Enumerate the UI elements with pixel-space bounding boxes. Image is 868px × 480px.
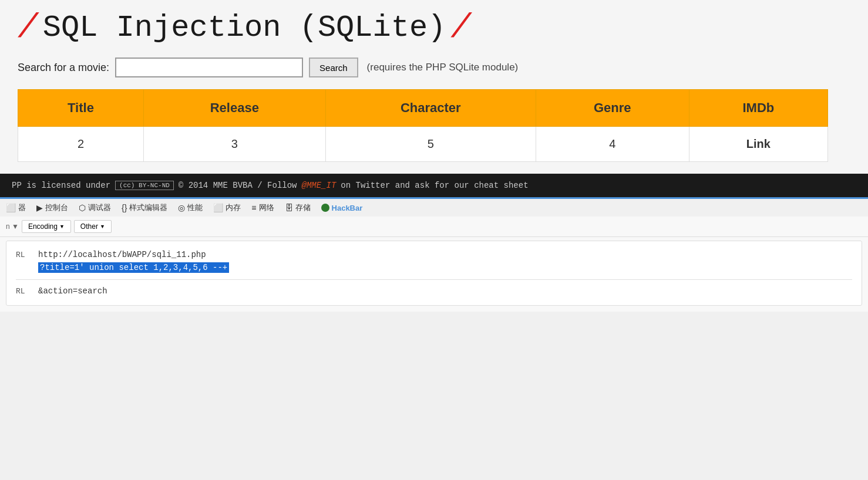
footer-text-after: © 2014 MME BVBA / Follow	[179, 181, 297, 190]
inspector-label: 器	[18, 202, 26, 213]
cell-release: 3	[143, 127, 325, 162]
storage-icon: 🗄	[285, 203, 293, 212]
page-title: / SQL Injection (SQLite) /	[18, 9, 850, 47]
footer-text-before: PP is licensed under	[12, 181, 110, 190]
url-row-1: RL http://localhost/bWAPP/sqli_11.php ?t…	[16, 248, 852, 275]
devtools-item-network[interactable]: ≡ 网络	[251, 202, 274, 213]
devtools-item-style[interactable]: {} 样式编辑器	[122, 202, 167, 213]
console-label: 控制台	[45, 202, 68, 213]
devtools-item-performance[interactable]: ◎ 性能	[178, 202, 203, 213]
col-header-character: Character	[325, 90, 536, 127]
url-line1: http://localhost/bWAPP/sqli_11.php	[38, 248, 852, 261]
cc-badge: (cc) BY-NC-ND	[115, 181, 174, 190]
url-label-top: RL	[16, 248, 33, 262]
debugger-label: 调试器	[88, 202, 111, 213]
col-header-genre: Genre	[536, 90, 689, 127]
memory-icon: ⬜	[213, 203, 223, 212]
cell-character: 5	[325, 127, 536, 162]
url-line2-selected: ?title=1' union select 1,2,3,4,5,6 --+	[38, 262, 229, 273]
url-content-top[interactable]: http://localhost/bWAPP/sqli_11.php ?titl…	[38, 248, 852, 275]
hackbar-label: HackBar	[332, 204, 363, 212]
cell-genre: 4	[536, 127, 689, 162]
twitter-link[interactable]: @MME_IT	[302, 181, 337, 190]
cell-imdb[interactable]: Link	[689, 127, 827, 162]
devtools-item-inspector[interactable]: ⬜ 器	[6, 202, 26, 213]
col-header-imdb: IMDb	[689, 90, 827, 127]
debugger-icon: ⬡	[79, 203, 86, 212]
footer-bar: PP is licensed under (cc) BY-NC-ND © 201…	[0, 174, 868, 197]
search-button[interactable]: Search	[309, 58, 358, 77]
devtools-bar: ⬜ 器 ▶ 控制台 ⬡ 调试器 {} 样式编辑器 ◎ 性能 ⬜ 内存 ≡ 网络 …	[0, 197, 868, 217]
devtools-item-debugger[interactable]: ⬡ 调试器	[79, 202, 111, 213]
other-button[interactable]: Other ▼	[74, 220, 112, 233]
network-label: 网络	[259, 202, 274, 213]
encoding-caret-icon: ▼	[59, 224, 65, 229]
url-divider	[16, 279, 852, 280]
url-label-bottom: RL	[16, 285, 33, 298]
devtools-item-console[interactable]: ▶ 控制台	[36, 202, 68, 213]
hackbar-toolbar: n ▼ Encoding ▼ Other ▼	[0, 217, 868, 237]
memory-label: 内存	[226, 202, 241, 213]
network-icon: ≡	[251, 203, 256, 212]
cell-title: 2	[18, 127, 144, 162]
url-row-2: RL &action=search	[16, 285, 852, 298]
search-label: Search for a movie:	[18, 62, 109, 74]
table-row: 2 3 5 4 Link	[18, 127, 828, 162]
encoding-label: Encoding	[28, 222, 58, 231]
performance-icon: ◎	[178, 203, 185, 212]
console-icon: ▶	[36, 203, 43, 212]
title-slash-right: /	[450, 9, 471, 47]
inspector-icon: ⬜	[6, 203, 16, 212]
style-label: 样式编辑器	[129, 202, 167, 213]
table-header-row: Title Release Character Genre IMDb	[18, 90, 828, 127]
title-slash-left: /	[18, 9, 38, 47]
performance-label: 性能	[187, 202, 203, 213]
devtools-item-storage[interactable]: 🗄 存储	[285, 202, 311, 213]
hackbar-tab[interactable]: HackBar	[321, 204, 363, 212]
url-content-bottom[interactable]: &action=search	[38, 285, 852, 298]
storage-label: 存储	[295, 202, 311, 213]
hackbar-left-arrow: n ▼	[6, 222, 19, 231]
col-header-release: Release	[143, 90, 325, 127]
encoding-button[interactable]: Encoding ▼	[22, 220, 71, 233]
url-area: RL http://localhost/bWAPP/sqli_11.php ?t…	[6, 241, 862, 306]
title-text: SQL Injection (SQLite)	[43, 11, 446, 45]
search-hint: (requires the PHP SQLite module)	[367, 62, 519, 73]
other-label: Other	[80, 222, 98, 231]
url-line3: &action=search	[38, 285, 852, 298]
search-row: Search for a movie: Search (requires the…	[18, 58, 850, 77]
hackbar-dot-icon	[321, 204, 329, 212]
search-input[interactable]	[115, 58, 303, 77]
devtools-item-memory[interactable]: ⬜ 内存	[213, 202, 241, 213]
url-line2: ?title=1' union select 1,2,3,4,5,6 --+	[38, 261, 852, 274]
col-header-title: Title	[18, 90, 144, 127]
footer-text-end: on Twitter and ask for our cheat sheet	[341, 181, 528, 190]
style-icon: {}	[122, 203, 127, 212]
results-table: Title Release Character Genre IMDb 2 3 5…	[18, 89, 828, 162]
other-caret-icon: ▼	[100, 224, 105, 229]
